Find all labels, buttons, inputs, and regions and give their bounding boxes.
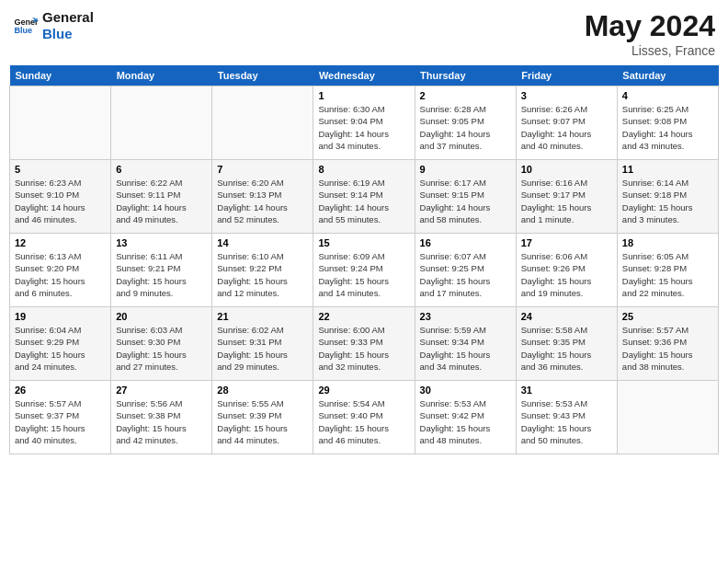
calendar-week-4: 19Sunrise: 6:04 AMSunset: 9:29 PMDayligh… <box>10 307 719 381</box>
calendar-cell: 24Sunrise: 5:58 AMSunset: 9:35 PMDayligh… <box>516 307 617 381</box>
logo-general: General <box>42 9 94 26</box>
calendar-cell: 22Sunrise: 6:00 AMSunset: 9:33 PMDayligh… <box>313 307 415 381</box>
day-info: Sunrise: 5:54 AMSunset: 9:40 PMDaylight:… <box>318 397 409 446</box>
calendar-cell <box>617 381 718 454</box>
calendar-cell: 16Sunrise: 6:07 AMSunset: 9:25 PMDayligh… <box>415 234 516 307</box>
calendar-cell: 17Sunrise: 6:06 AMSunset: 9:26 PMDayligh… <box>516 234 617 307</box>
day-number: 5 <box>15 164 106 175</box>
calendar-cell: 25Sunrise: 5:57 AMSunset: 9:36 PMDayligh… <box>617 307 718 381</box>
calendar-week-1: 1Sunrise: 6:30 AMSunset: 9:04 PMDaylight… <box>10 86 719 160</box>
day-number: 4 <box>622 90 713 101</box>
calendar-cell: 21Sunrise: 6:02 AMSunset: 9:31 PMDayligh… <box>212 307 313 381</box>
day-number: 31 <box>521 385 612 396</box>
day-info: Sunrise: 6:10 AMSunset: 9:22 PMDaylight:… <box>217 250 308 299</box>
day-info: Sunrise: 6:19 AMSunset: 9:14 PMDaylight:… <box>318 177 409 225</box>
calendar-cell: 20Sunrise: 6:03 AMSunset: 9:30 PMDayligh… <box>111 307 212 381</box>
weekday-header-saturday: Saturday <box>617 65 718 86</box>
day-number: 19 <box>15 311 106 322</box>
day-info: Sunrise: 6:14 AMSunset: 9:18 PMDaylight:… <box>622 177 713 225</box>
day-info: Sunrise: 6:02 AMSunset: 9:31 PMDaylight:… <box>217 324 308 373</box>
logo-blue: Blue <box>42 26 94 42</box>
calendar-cell: 8Sunrise: 6:19 AMSunset: 9:14 PMDaylight… <box>313 160 415 234</box>
logo-icon: General Blue <box>13 13 39 39</box>
calendar-cell: 30Sunrise: 5:53 AMSunset: 9:42 PMDayligh… <box>415 381 516 454</box>
calendar-cell <box>212 86 313 160</box>
day-number: 9 <box>420 164 511 175</box>
calendar-cell: 15Sunrise: 6:09 AMSunset: 9:24 PMDayligh… <box>313 234 415 307</box>
calendar-cell: 11Sunrise: 6:14 AMSunset: 9:18 PMDayligh… <box>617 160 718 234</box>
day-number: 8 <box>318 164 409 175</box>
day-number: 29 <box>318 385 409 396</box>
day-number: 30 <box>420 385 511 396</box>
day-number: 14 <box>217 237 308 248</box>
day-info: Sunrise: 5:56 AMSunset: 9:38 PMDaylight:… <box>116 397 207 446</box>
day-number: 17 <box>521 237 612 248</box>
calendar-week-3: 12Sunrise: 6:13 AMSunset: 9:20 PMDayligh… <box>10 234 719 307</box>
calendar-cell: 23Sunrise: 5:59 AMSunset: 9:34 PMDayligh… <box>415 307 516 381</box>
day-number: 26 <box>15 385 106 396</box>
calendar-cell: 2Sunrise: 6:28 AMSunset: 9:05 PMDaylight… <box>415 86 516 160</box>
calendar-cell: 4Sunrise: 6:25 AMSunset: 9:08 PMDaylight… <box>617 86 718 160</box>
calendar-cell: 31Sunrise: 5:53 AMSunset: 9:43 PMDayligh… <box>516 381 617 454</box>
day-number: 3 <box>521 90 612 101</box>
weekday-header-friday: Friday <box>516 65 617 86</box>
day-info: Sunrise: 6:06 AMSunset: 9:26 PMDaylight:… <box>521 250 612 299</box>
calendar-cell <box>10 86 111 160</box>
day-info: Sunrise: 6:26 AMSunset: 9:07 PMDaylight:… <box>521 103 612 152</box>
day-info: Sunrise: 6:03 AMSunset: 9:30 PMDaylight:… <box>116 324 207 373</box>
day-number: 27 <box>116 385 207 396</box>
day-number: 10 <box>521 164 612 175</box>
month-year: May 2024 <box>585 9 715 43</box>
day-number: 23 <box>420 311 511 322</box>
calendar-cell: 18Sunrise: 6:05 AMSunset: 9:28 PMDayligh… <box>617 234 718 307</box>
day-info: Sunrise: 5:53 AMSunset: 9:42 PMDaylight:… <box>420 397 511 446</box>
header: General Blue General Blue May 2024 Lisse… <box>9 9 719 58</box>
calendar-cell: 27Sunrise: 5:56 AMSunset: 9:38 PMDayligh… <box>111 381 212 454</box>
day-number: 18 <box>622 237 713 248</box>
day-info: Sunrise: 6:05 AMSunset: 9:28 PMDaylight:… <box>622 250 713 299</box>
title-block: May 2024 Lisses, France <box>585 9 715 58</box>
location: Lisses, France <box>585 43 715 58</box>
calendar-cell: 5Sunrise: 6:23 AMSunset: 9:10 PMDaylight… <box>10 160 111 234</box>
day-info: Sunrise: 5:59 AMSunset: 9:34 PMDaylight:… <box>420 324 511 373</box>
calendar-cell: 14Sunrise: 6:10 AMSunset: 9:22 PMDayligh… <box>212 234 313 307</box>
weekday-header-thursday: Thursday <box>415 65 516 86</box>
day-number: 1 <box>318 90 409 101</box>
calendar-cell: 6Sunrise: 6:22 AMSunset: 9:11 PMDaylight… <box>111 160 212 234</box>
day-number: 21 <box>217 311 308 322</box>
day-number: 6 <box>116 164 207 175</box>
day-number: 22 <box>318 311 409 322</box>
day-number: 25 <box>622 311 713 322</box>
day-info: Sunrise: 6:17 AMSunset: 9:15 PMDaylight:… <box>420 177 511 225</box>
day-number: 24 <box>521 311 612 322</box>
day-info: Sunrise: 5:55 AMSunset: 9:39 PMDaylight:… <box>217 397 308 446</box>
weekday-header-row: SundayMondayTuesdayWednesdayThursdayFrid… <box>10 65 719 86</box>
svg-text:Blue: Blue <box>14 26 32 35</box>
day-number: 11 <box>622 164 713 175</box>
logo: General Blue General Blue <box>13 9 94 42</box>
weekday-header-tuesday: Tuesday <box>212 65 313 86</box>
calendar-cell: 29Sunrise: 5:54 AMSunset: 9:40 PMDayligh… <box>313 381 415 454</box>
calendar-cell <box>111 86 212 160</box>
calendar-cell: 12Sunrise: 6:13 AMSunset: 9:20 PMDayligh… <box>10 234 111 307</box>
day-info: Sunrise: 6:25 AMSunset: 9:08 PMDaylight:… <box>622 103 713 152</box>
day-info: Sunrise: 6:00 AMSunset: 9:33 PMDaylight:… <box>318 324 409 373</box>
calendar-cell: 9Sunrise: 6:17 AMSunset: 9:15 PMDaylight… <box>415 160 516 234</box>
day-info: Sunrise: 6:28 AMSunset: 9:05 PMDaylight:… <box>420 103 511 152</box>
day-info: Sunrise: 6:11 AMSunset: 9:21 PMDaylight:… <box>116 250 207 299</box>
day-info: Sunrise: 5:57 AMSunset: 9:37 PMDaylight:… <box>15 397 106 446</box>
weekday-header-monday: Monday <box>111 65 212 86</box>
day-info: Sunrise: 6:16 AMSunset: 9:17 PMDaylight:… <box>521 177 612 225</box>
day-number: 7 <box>217 164 308 175</box>
day-number: 2 <box>420 90 511 101</box>
day-info: Sunrise: 6:04 AMSunset: 9:29 PMDaylight:… <box>15 324 106 373</box>
day-number: 12 <box>15 237 106 248</box>
calendar-cell: 3Sunrise: 6:26 AMSunset: 9:07 PMDaylight… <box>516 86 617 160</box>
day-info: Sunrise: 6:13 AMSunset: 9:20 PMDaylight:… <box>15 250 106 299</box>
calendar-cell: 28Sunrise: 5:55 AMSunset: 9:39 PMDayligh… <box>212 381 313 454</box>
day-info: Sunrise: 5:53 AMSunset: 9:43 PMDaylight:… <box>521 397 612 446</box>
day-info: Sunrise: 6:09 AMSunset: 9:24 PMDaylight:… <box>318 250 409 299</box>
calendar-cell: 13Sunrise: 6:11 AMSunset: 9:21 PMDayligh… <box>111 234 212 307</box>
weekday-header-sunday: Sunday <box>10 65 111 86</box>
day-number: 15 <box>318 237 409 248</box>
